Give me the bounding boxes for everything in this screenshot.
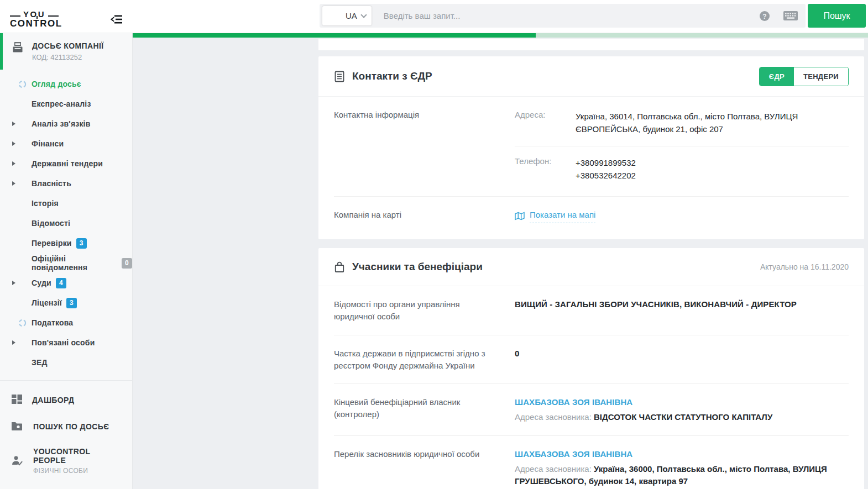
row-label: Контактна інформація — [334, 109, 500, 184]
source-toggle: ЄДР ТЕНДЕРИ — [759, 67, 849, 86]
address-value: Україна, 36014, Полтавська обл., місто П… — [576, 110, 849, 136]
sidebar-item-label: Державні тендери — [32, 159, 103, 168]
sidebar-item-label: Податкова — [32, 318, 73, 327]
scroll-progress-fill — [133, 33, 536, 38]
sidebar-item-relations-analysis[interactable]: Аналіз зв'язків — [0, 114, 132, 134]
sidebar-bottom-nav: ДАШБОРД ПОШУК ПО ДОСЬЄ YOUCON — [0, 380, 132, 489]
tab-tenders[interactable]: ТЕНДЕРИ — [794, 67, 848, 86]
sidebar-item-dossier-search[interactable]: ПОШУК ПО ДОСЬЄ — [0, 413, 132, 439]
expand-arrow-icon — [12, 122, 15, 126]
sidebar-item-label: ПОШУК ПО ДОСЬЄ — [33, 422, 109, 431]
row-label: Частка держави в підприємстві згідно з р… — [334, 348, 500, 372]
sidebar-item-finances[interactable]: Фінанси — [0, 134, 132, 154]
sidebar-item-sublabel: ФІЗИЧНІ ОСОБИ — [33, 467, 121, 475]
sidebar-item-expert-dossier[interactable]: ЕКСПЕРТ-ДОСЬЄ ФО new — [0, 482, 132, 489]
row-value: 0 — [515, 348, 849, 372]
show-on-map-link[interactable]: Показати на мапі — [515, 209, 595, 223]
row-label: Відомості про органи управління юридично… — [334, 298, 500, 323]
sidebar-item-label: Історія — [32, 199, 59, 208]
sidebar-item-ownership[interactable]: Власність — [0, 173, 132, 193]
sidebar-item-label: Суди — [32, 278, 51, 287]
sidebar-item-label: Перевірки — [32, 239, 72, 248]
sidebar-item-label: Аналіз зв'язків — [32, 119, 91, 128]
sidebar: ДОСЬЄ КОМПАНІЇ КОД: 42113252 Огляд досьє… — [0, 33, 133, 489]
youcontrol-logo[interactable]: YOU CONTROL — [10, 10, 59, 29]
sidebar-item-tax[interactable]: Податкова — [0, 313, 132, 333]
sidebar-item-courts[interactable]: Суди 4 — [0, 273, 132, 293]
svg-text:?: ? — [762, 12, 766, 20]
logo-area: YOU CONTROL — [0, 0, 133, 33]
card-title: Учасники та бенефіціари — [352, 261, 483, 273]
tab-edr[interactable]: ЄДР — [760, 67, 794, 86]
sidebar-item-zed[interactable]: ЗЕД — [0, 353, 132, 372]
sidebar-item-label: Відомості — [32, 219, 70, 228]
collapse-sidebar-icon[interactable] — [111, 15, 123, 24]
contacts-card: Контакти з ЄДР ЄДР ТЕНДЕРИ Контактна інф… — [318, 56, 864, 239]
sidebar-item-dashboard[interactable]: ДАШБОРД — [0, 386, 132, 413]
person-check-icon — [11, 455, 24, 466]
sidebar-item-label: ДАШБОРД — [32, 396, 74, 404]
sidebar-item-express-analysis[interactable]: Експрес-аналіз — [0, 94, 132, 114]
sidebar-item-youcontrol-people[interactable]: YOUCONTROL PEOPLE ФІЗИЧНІ ОСОБИ — [0, 439, 132, 482]
card-title: Контакти з ЄДР — [352, 70, 432, 82]
founder-address: Адреса засновника: ВІДСОТОК ЧАСТКИ СТАТУ… — [515, 411, 849, 424]
top-header: YOU CONTROL UA ? — [0, 0, 868, 33]
address-label: Адреса: — [515, 110, 576, 136]
sidebar-item-state-tenders[interactable]: Державні тендери — [0, 154, 132, 173]
previous-card-bottom — [318, 39, 864, 50]
sidebar-item-label: Офіційні повідомлення — [32, 254, 117, 272]
scroll-progress-bar — [133, 33, 868, 38]
map-icon — [515, 212, 525, 220]
phone-number: +380532642202 — [576, 169, 849, 182]
sidebar-item-label: Експрес-аналіз — [32, 99, 91, 108]
folder-search-icon — [11, 421, 24, 432]
beneficiary-person-link[interactable]: ШАХБАЗОВА ЗОЯ ІВАНІВНА — [515, 397, 632, 407]
logo-text-control: CONTROL — [10, 18, 59, 29]
dossier-icon — [12, 41, 24, 61]
sidebar-item-label: Фінанси — [32, 139, 64, 148]
expand-arrow-icon — [12, 340, 15, 345]
language-code: UA — [346, 11, 357, 20]
keyboard-icon[interactable] — [783, 11, 798, 20]
expand-arrow-icon — [12, 161, 15, 166]
briefcase-icon — [334, 261, 345, 273]
sidebar-item-label: Пов'язані особи — [32, 338, 95, 347]
sidebar-section-company-dossier[interactable]: ДОСЬЄ КОМПАНІЇ КОД: 42113252 — [0, 33, 132, 70]
updated-date: Актуально на 16.11.2020 — [760, 262, 849, 271]
search-input[interactable] — [384, 11, 746, 20]
search-box: UA ? — [320, 4, 806, 28]
count-badge: 0 — [122, 258, 132, 269]
sidebar-nav: Огляд досьє Експрес-аналіз Аналіз зв'язк… — [0, 70, 132, 376]
sidebar-item-licenses[interactable]: Ліцензії 3 — [0, 293, 132, 313]
sidebar-item-label: Огляд досьє — [32, 80, 81, 88]
dashboard-icon — [11, 394, 23, 406]
founder-person-link[interactable]: ШАХБАЗОВА ЗОЯ ІВАНІВНА — [515, 449, 632, 459]
chevron-down-icon — [360, 12, 367, 18]
sidebar-item-label: ЗЕД — [32, 358, 48, 367]
sidebar-item-overview[interactable]: Огляд досьє — [0, 74, 132, 94]
expand-arrow-icon — [12, 141, 15, 146]
language-selector[interactable]: UA — [322, 6, 372, 25]
count-badge: 4 — [56, 278, 66, 288]
row-value: ВИЩИЙ - ЗАГАЛЬНІ ЗБОРИ УЧАСНИКІВ, ВИКОНА… — [515, 298, 849, 323]
main-content: Контакти з ЄДР ЄДР ТЕНДЕРИ Контактна інф… — [133, 38, 868, 489]
sidebar-item-label: Ліцензії — [32, 298, 62, 307]
sidebar-item-label: Власність — [32, 179, 71, 188]
count-badge: 3 — [76, 238, 87, 249]
expand-arrow-icon — [12, 181, 15, 186]
row-label: Компанія на карті — [334, 209, 500, 224]
phone-label: Телефон: — [515, 156, 576, 182]
phone-number: +380991899532 — [576, 156, 849, 169]
sidebar-item-history[interactable]: Історія — [0, 193, 132, 213]
row-label: Перелік засновників юридичної особи — [334, 448, 500, 489]
sync-icon — [18, 80, 27, 88]
sidebar-item-checks[interactable]: Перевірки 3 — [0, 233, 132, 253]
sidebar-item-details[interactable]: Відомості — [0, 213, 132, 233]
search-bar: UA ? Пошук — [320, 4, 866, 28]
sidebar-item-related-persons[interactable]: Пов'язані особи — [0, 333, 132, 353]
sidebar-item-official-notices[interactable]: Офіційні повідомлення 0 — [0, 253, 132, 273]
search-button[interactable]: Пошук — [808, 4, 866, 28]
beneficiaries-card: Учасники та бенефіціари Актуально на 16.… — [318, 248, 864, 489]
help-icon[interactable]: ? — [759, 10, 770, 22]
founder-address: Адреса засновника: Україна, 36000, Полта… — [515, 463, 849, 488]
